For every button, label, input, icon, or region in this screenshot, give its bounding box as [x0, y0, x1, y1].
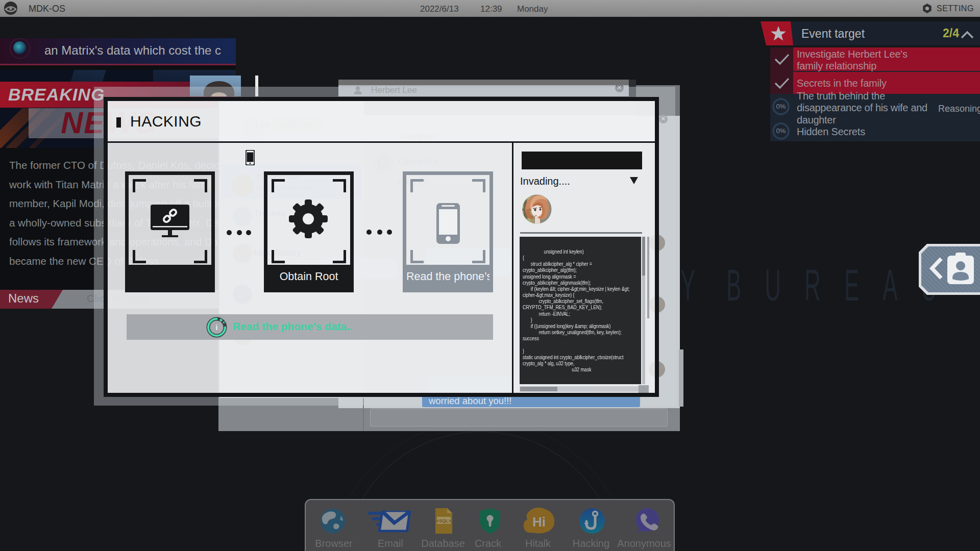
svg-text:i: i	[216, 323, 218, 332]
svg-text:<SQL>: <SQL>	[436, 518, 451, 523]
svg-text:Hi: Hi	[532, 514, 546, 530]
